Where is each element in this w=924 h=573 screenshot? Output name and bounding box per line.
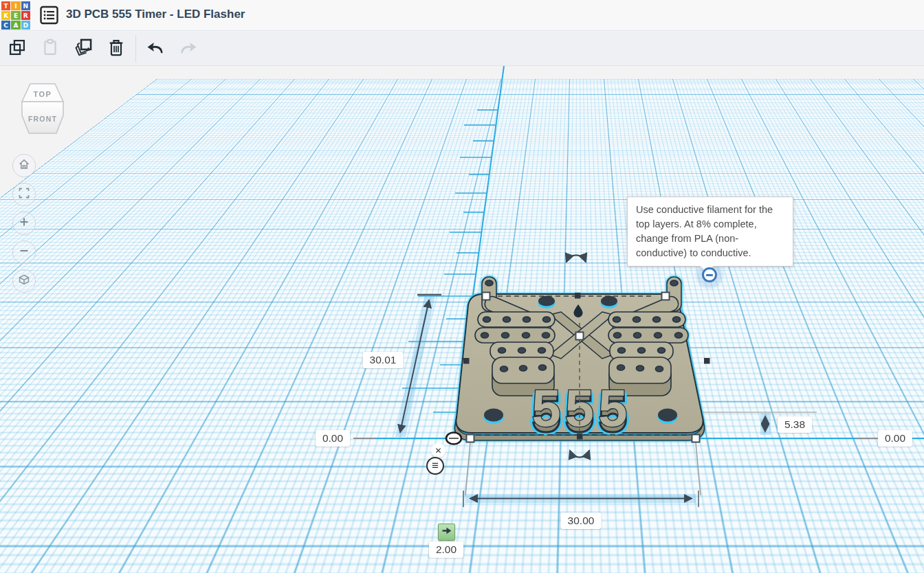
undo-button[interactable] <box>145 38 166 59</box>
edge-handle <box>704 358 710 364</box>
app-header: T I N K E R C A D 3D PCB 555 Timer - LED… <box>0 0 924 31</box>
note-marker[interactable] <box>702 267 717 282</box>
delete-button[interactable] <box>106 38 126 59</box>
ruler-origin-left-field[interactable]: 0.00 <box>316 430 350 447</box>
ruler-offset-field[interactable]: 2.00 <box>429 541 463 558</box>
paste-button <box>40 38 60 59</box>
zoom-out-icon <box>18 245 30 260</box>
delete-icon <box>107 38 126 60</box>
home-icon <box>18 158 30 173</box>
viewcube-top-label: TOP <box>34 90 52 98</box>
pcb-model[interactable]: 555 555 555 <box>454 277 704 442</box>
redo-button <box>178 38 199 59</box>
duplicate-icon <box>74 38 93 60</box>
ruler-offset-handle[interactable] <box>438 524 455 541</box>
fit-view-button[interactable] <box>12 183 36 206</box>
edge-handle <box>463 358 470 364</box>
undo-icon <box>146 38 165 60</box>
fit-view-icon <box>18 187 30 202</box>
logo-letter: N <box>21 1 30 10</box>
tinkercad-logo[interactable]: T I N K E R C A D <box>1 1 30 30</box>
3d-viewport[interactable]: 555 555 555 <box>0 66 924 573</box>
scale-handle <box>467 435 474 442</box>
copy-icon <box>8 38 27 60</box>
edge-handle <box>577 434 583 440</box>
ruler-menu-icon[interactable]: ≡ <box>426 457 444 475</box>
copy-button[interactable] <box>7 38 28 59</box>
edge-handle <box>575 293 581 299</box>
duplicate-button[interactable] <box>73 38 94 59</box>
perspective-toggle-button[interactable] <box>12 269 36 293</box>
scale-handle <box>483 293 490 300</box>
green-arrow-icon <box>441 525 452 539</box>
edit-toolbar <box>0 32 924 66</box>
dimension-height-field[interactable]: 5.38 <box>778 416 812 433</box>
note-minus-icon <box>706 274 713 276</box>
logo-letter: D <box>21 21 30 30</box>
logo-letter: I <box>11 1 20 10</box>
logo-letter: E <box>11 11 20 20</box>
design-menu-button[interactable] <box>40 5 58 25</box>
design-title: 3D PCB 555 Timer - LED Flasher <box>66 8 245 21</box>
close-icon[interactable]: ✕ <box>431 443 446 458</box>
view-cube[interactable]: TOP FRONT <box>18 80 67 140</box>
perspective-icon <box>18 273 30 289</box>
scale-handle <box>662 293 670 300</box>
logo-letter: R <box>21 11 30 20</box>
logo-letter: T <box>1 1 10 10</box>
height-handle <box>576 333 584 340</box>
home-view-button[interactable] <box>12 154 36 177</box>
viewcube-front-label: FRONT <box>28 115 57 123</box>
logo-letter: A <box>11 21 20 30</box>
note-tooltip: Use conductive filament for the top laye… <box>627 196 793 267</box>
paste-icon <box>41 38 60 60</box>
model-555-text: 555 555 555 <box>532 379 632 442</box>
zoom-in-button[interactable] <box>12 212 36 235</box>
scene-overlay: 555 555 555 <box>0 66 924 573</box>
toolbar-separator <box>135 35 136 63</box>
redo-icon <box>179 38 198 60</box>
logo-letter: K <box>1 11 10 20</box>
list-icon <box>40 15 58 27</box>
scale-handle <box>692 435 700 442</box>
dimension-depth-field[interactable]: 30.01 <box>363 352 404 368</box>
zoom-in-icon <box>18 216 30 231</box>
ruler-origin-right-field[interactable]: 0.00 <box>878 430 912 447</box>
svg-text:555: 555 <box>532 379 632 437</box>
ruler-origin-handle <box>446 433 461 445</box>
dimension-width-field[interactable]: 30.00 <box>561 513 602 529</box>
note-text: Use conductive filament for the top laye… <box>636 204 773 258</box>
logo-letter: C <box>1 21 10 30</box>
zoom-out-button[interactable] <box>12 240 36 264</box>
